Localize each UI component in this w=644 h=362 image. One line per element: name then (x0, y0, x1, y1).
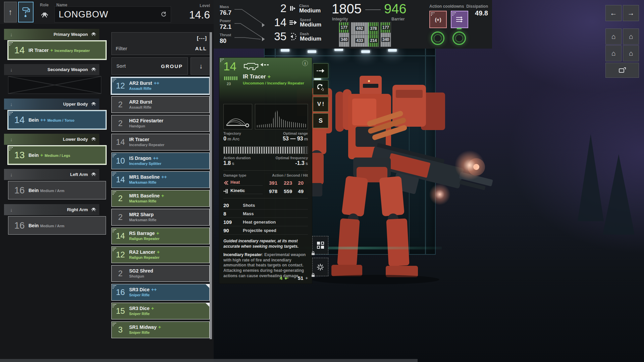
back-button[interactable]: ↑ (4, 2, 17, 22)
mass-label: Mass (220, 5, 229, 9)
inventory-item[interactable]: 2 AR2 Burst Assault Rifle (111, 96, 210, 113)
empty-secondary-slot[interactable] (8, 76, 101, 94)
item-level: 10 (112, 156, 129, 166)
inventory-item[interactable]: 16 SR3 Dice++ Sniper Rifle (111, 284, 210, 301)
inventory-scrollbar[interactable] (210, 32, 212, 339)
salvage-button[interactable]: S (313, 113, 328, 128)
inventory-item[interactable]: 14 RS Barrage+ Railgun Repeater (111, 228, 210, 244)
sort-label: Sort (116, 63, 161, 69)
duration-unit: s (232, 161, 234, 166)
armor-block-right-arm: 177 340 (380, 22, 391, 47)
damage-name: Heat (230, 180, 263, 186)
item-subtitle: Handgun (129, 124, 163, 129)
equipped-upper-body[interactable]: 14 Bein++ Medium / Torso (8, 111, 106, 129)
inventory-item[interactable]: 2 MR2 Sharp Marksman Rifle (111, 209, 210, 226)
rename-refresh-icon[interactable] (161, 11, 167, 17)
part-subtitle: Medium / Torso (47, 118, 74, 122)
bottom-scroll-track[interactable] (0, 359, 418, 362)
section-label: Secondary Weapon (48, 67, 88, 72)
class-value: 2 (266, 2, 286, 15)
inventory-item[interactable]: 2 HG2 Firestarter Handgun (111, 115, 210, 132)
part-tier: ++ (40, 117, 46, 123)
prev-unit-button[interactable]: ← (605, 5, 622, 21)
item-level: 14 (112, 231, 129, 241)
attr-value: 109 (223, 219, 243, 225)
variant-warning-button[interactable]: V ! (313, 97, 328, 112)
item-subtitle: Sniper Rifle (129, 293, 157, 298)
locked-burst-option-button[interactable] (312, 258, 328, 276)
left-arm-header[interactable]: ↓ Left Arm (4, 169, 99, 180)
primary-weapon-header[interactable]: ↓ Primary Weapon (4, 29, 99, 40)
inventory-item[interactable]: 12 RA2 Lancer+ Railgun Repeater (111, 246, 210, 263)
inventory-item[interactable]: 10 IS Dragon++ Incendiary Splitter (111, 153, 210, 169)
sort-row: Sort GROUP ↓ (111, 57, 211, 75)
right-arm-header[interactable]: ↓ Right Arm (4, 204, 99, 215)
info-icon[interactable]: i (302, 60, 308, 66)
equipped-right-arm[interactable]: 16 Bein Medium / Arm (8, 216, 106, 235)
section-right-arm: ↓ Right Arm 16 Bein Medium / Arm (4, 204, 107, 235)
hangar-view-icon: ⌂ (629, 33, 633, 41)
item-name: RS Barrage (129, 231, 155, 236)
inventory-item[interactable]: 12 AR2 Burst++ Assault Rifle (111, 77, 210, 94)
collapse-arrow-icon: ↓ (10, 32, 13, 37)
camera-view-button-1[interactable]: ⌂ (605, 28, 622, 45)
lower-body-header[interactable]: ↓ Lower Body (4, 134, 99, 145)
section-lower-body: ↓ Lower Body 13 Bein+ Medium / Legs (4, 134, 107, 164)
part-level: 14 (10, 45, 29, 56)
level-value: 14.6 (168, 9, 210, 21)
mass-value: 76.7 (220, 9, 231, 16)
paint-part-button[interactable] (313, 80, 328, 95)
camera-view-button-3[interactable]: ⌂ (605, 45, 622, 61)
part-level: 14 (10, 115, 29, 125)
fullscreen-button[interactable] (605, 63, 639, 78)
camera-view-button-2[interactable]: ⌂ (623, 28, 639, 45)
damage-action: 391 (263, 180, 277, 186)
item-detail-panel: 14 23 IR Tracer+ Uncommon / Incendiary R… (219, 57, 312, 284)
paint-customize-button[interactable] (18, 2, 34, 22)
equipped-primary-weapon[interactable]: 14 IR Tracer+ Incendiary Repeater (8, 41, 106, 59)
equip-arrow-button[interactable] (313, 63, 328, 78)
attr-value: 8 (223, 211, 243, 217)
upper-body-header[interactable]: ↓ Upper Body (4, 99, 99, 110)
sort-value: GROUP (161, 63, 183, 69)
tree-silhouette (578, 134, 604, 221)
unit-name-field[interactable]: LONGBOW (54, 6, 171, 22)
equipped-left-arm[interactable]: 16 Bein Medium / Arm (8, 181, 106, 199)
barrier-cell: 214 (369, 38, 378, 43)
cooldown-heat-action-button[interactable]: (+) (429, 11, 447, 28)
next-unit-button[interactable]: → (623, 5, 639, 21)
attribute-row: 90 Projectile speed (223, 226, 308, 235)
section-label: Left Arm (70, 172, 88, 177)
scrollbar-thumb[interactable] (210, 32, 212, 339)
sort-dropdown[interactable]: Sort GROUP (111, 57, 188, 75)
secondary-weapon-header[interactable]: ↓ Secondary Weapon (4, 64, 99, 75)
detail-item-level: 14 (223, 60, 236, 73)
attr-label: Shots (243, 203, 255, 208)
inventory-item[interactable]: 2 MR1 Baseline+ Marksman Rifle (111, 190, 210, 207)
role-selector[interactable] (36, 8, 53, 23)
damage-type-label: Damage type (223, 173, 246, 177)
item-name: MR2 Sharp (129, 212, 154, 217)
class-icon (289, 5, 297, 12)
inventory-item[interactable]: 15 SR3 Dice+ Sniper Rifle (111, 303, 210, 319)
sort-direction-button[interactable]: ↓ (191, 57, 211, 75)
filter-dropdown[interactable]: Filter [---] ALL (111, 32, 211, 55)
locked-grid-option-button[interactable] (312, 236, 328, 254)
equipped-lower-body[interactable]: 13 Bein+ Medium / Legs (8, 146, 106, 164)
inventory-item[interactable]: 3 SR1 Midway+ Sniper Rifle (111, 321, 210, 338)
inventory-item[interactable]: 14 IR Tracer Incendiary Repeater (111, 134, 210, 150)
item-name: IR Tracer (243, 74, 266, 79)
camera-view-button-4[interactable]: ⌂ (623, 45, 639, 61)
collapse-arrow-icon: ↓ (10, 172, 13, 177)
inventory-item[interactable]: 14 MR1 Baseline++ Marksman Rifle (111, 171, 210, 188)
plus-action-icon: (+) (435, 17, 441, 22)
burst-icon (317, 264, 324, 270)
filter-label: Filter (116, 46, 127, 51)
attr-value: 20 (223, 202, 243, 208)
speed-label: Speed (300, 18, 321, 22)
inventory-item[interactable]: 2 SG2 Shred Shotgun (111, 265, 210, 282)
item-tier: ++ (153, 156, 158, 161)
damage-hit: 20 (292, 180, 304, 186)
right-arrow-icon: → (628, 9, 635, 17)
attr-label: Mass (243, 211, 254, 216)
